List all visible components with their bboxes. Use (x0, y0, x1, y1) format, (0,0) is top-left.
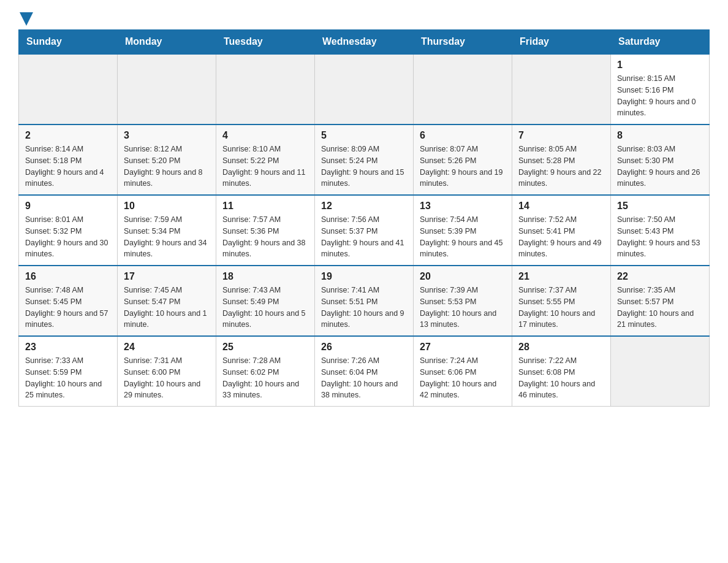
calendar-cell: 6Sunrise: 8:07 AM Sunset: 5:26 PM Daylig… (414, 124, 512, 195)
day-info: Sunrise: 7:35 AM Sunset: 5:57 PM Dayligh… (617, 285, 703, 331)
calendar-cell: 8Sunrise: 8:03 AM Sunset: 5:30 PM Daylig… (611, 124, 710, 195)
week-row-4: 16Sunrise: 7:48 AM Sunset: 5:45 PM Dayli… (19, 266, 710, 336)
column-header-saturday: Saturday (611, 30, 710, 55)
calendar-cell: 16Sunrise: 7:48 AM Sunset: 5:45 PM Dayli… (19, 266, 118, 336)
day-info: Sunrise: 7:31 AM Sunset: 6:00 PM Dayligh… (124, 355, 210, 401)
week-row-1: 1Sunrise: 8:15 AM Sunset: 5:16 PM Daylig… (19, 54, 710, 124)
day-info: Sunrise: 8:10 AM Sunset: 5:22 PM Dayligh… (222, 144, 308, 190)
day-number: 4 (222, 130, 308, 141)
week-row-2: 2Sunrise: 8:14 AM Sunset: 5:18 PM Daylig… (19, 124, 710, 195)
day-number: 28 (518, 342, 604, 353)
day-number: 27 (420, 342, 506, 353)
day-number: 15 (617, 201, 703, 212)
calendar-cell: 26Sunrise: 7:26 AM Sunset: 6:04 PM Dayli… (315, 336, 414, 407)
day-info: Sunrise: 7:41 AM Sunset: 5:51 PM Dayligh… (321, 285, 407, 331)
calendar-cell: 7Sunrise: 8:05 AM Sunset: 5:28 PM Daylig… (512, 124, 611, 195)
column-header-sunday: Sunday (19, 30, 118, 55)
column-header-tuesday: Tuesday (216, 30, 315, 55)
day-info: Sunrise: 7:54 AM Sunset: 5:39 PM Dayligh… (420, 214, 506, 260)
day-info: Sunrise: 8:01 AM Sunset: 5:32 PM Dayligh… (25, 214, 111, 260)
day-number: 11 (222, 201, 308, 212)
day-number: 2 (25, 130, 111, 141)
calendar-cell (414, 54, 512, 124)
calendar-cell: 1Sunrise: 8:15 AM Sunset: 5:16 PM Daylig… (611, 54, 710, 124)
calendar-cell (512, 54, 611, 124)
day-number: 23 (25, 342, 111, 353)
day-info: Sunrise: 8:09 AM Sunset: 5:24 PM Dayligh… (321, 144, 407, 190)
calendar-header-row: SundayMondayTuesdayWednesdayThursdayFrid… (19, 30, 710, 55)
day-info: Sunrise: 7:50 AM Sunset: 5:43 PM Dayligh… (617, 214, 703, 260)
calendar-cell: 21Sunrise: 7:37 AM Sunset: 5:55 PM Dayli… (512, 266, 611, 336)
day-number: 1 (617, 59, 703, 71)
logo (18, 12, 33, 23)
calendar-cell: 23Sunrise: 7:33 AM Sunset: 5:59 PM Dayli… (19, 336, 118, 407)
day-number: 13 (420, 201, 506, 212)
calendar-cell: 25Sunrise: 7:28 AM Sunset: 6:02 PM Dayli… (216, 336, 315, 407)
calendar-cell: 24Sunrise: 7:31 AM Sunset: 6:00 PM Dayli… (118, 336, 216, 407)
day-info: Sunrise: 7:28 AM Sunset: 6:02 PM Dayligh… (222, 355, 308, 401)
day-info: Sunrise: 7:57 AM Sunset: 5:36 PM Dayligh… (222, 214, 308, 260)
day-number: 10 (124, 201, 210, 212)
calendar-cell: 22Sunrise: 7:35 AM Sunset: 5:57 PM Dayli… (611, 266, 710, 336)
day-number: 3 (124, 130, 210, 141)
column-header-friday: Friday (512, 30, 611, 55)
calendar-cell (611, 336, 710, 407)
calendar-cell: 4Sunrise: 8:10 AM Sunset: 5:22 PM Daylig… (216, 124, 315, 195)
day-number: 9 (25, 201, 111, 212)
day-info: Sunrise: 7:37 AM Sunset: 5:55 PM Dayligh… (518, 285, 604, 331)
calendar-cell (19, 54, 118, 124)
svg-marker-0 (20, 12, 33, 26)
calendar-cell: 10Sunrise: 7:59 AM Sunset: 5:34 PM Dayli… (118, 195, 216, 266)
calendar-cell: 18Sunrise: 7:43 AM Sunset: 5:49 PM Dayli… (216, 266, 315, 336)
day-number: 19 (321, 271, 407, 282)
calendar-table: SundayMondayTuesdayWednesdayThursdayFrid… (18, 29, 710, 407)
day-number: 17 (124, 271, 210, 282)
calendar-cell: 20Sunrise: 7:39 AM Sunset: 5:53 PM Dayli… (414, 266, 512, 336)
day-info: Sunrise: 7:33 AM Sunset: 5:59 PM Dayligh… (25, 355, 111, 401)
week-row-5: 23Sunrise: 7:33 AM Sunset: 5:59 PM Dayli… (19, 336, 710, 407)
day-info: Sunrise: 8:05 AM Sunset: 5:28 PM Dayligh… (518, 144, 604, 190)
day-info: Sunrise: 7:22 AM Sunset: 6:08 PM Dayligh… (518, 355, 604, 401)
page-header (18, 12, 710, 23)
calendar-cell (315, 54, 414, 124)
day-info: Sunrise: 8:14 AM Sunset: 5:18 PM Dayligh… (25, 144, 111, 190)
calendar-cell (118, 54, 216, 124)
day-info: Sunrise: 8:12 AM Sunset: 5:20 PM Dayligh… (124, 144, 210, 190)
day-number: 7 (518, 130, 604, 141)
day-info: Sunrise: 7:24 AM Sunset: 6:06 PM Dayligh… (420, 355, 506, 401)
day-number: 14 (518, 201, 604, 212)
day-number: 16 (25, 271, 111, 282)
calendar-cell: 2Sunrise: 8:14 AM Sunset: 5:18 PM Daylig… (19, 124, 118, 195)
calendar-cell: 15Sunrise: 7:50 AM Sunset: 5:43 PM Dayli… (611, 195, 710, 266)
calendar-cell: 5Sunrise: 8:09 AM Sunset: 5:24 PM Daylig… (315, 124, 414, 195)
calendar-cell: 28Sunrise: 7:22 AM Sunset: 6:08 PM Dayli… (512, 336, 611, 407)
calendar-cell: 17Sunrise: 7:45 AM Sunset: 5:47 PM Dayli… (118, 266, 216, 336)
day-info: Sunrise: 7:26 AM Sunset: 6:04 PM Dayligh… (321, 355, 407, 401)
day-info: Sunrise: 7:39 AM Sunset: 5:53 PM Dayligh… (420, 285, 506, 331)
day-number: 24 (124, 342, 210, 353)
calendar-cell: 11Sunrise: 7:57 AM Sunset: 5:36 PM Dayli… (216, 195, 315, 266)
calendar-cell: 14Sunrise: 7:52 AM Sunset: 5:41 PM Dayli… (512, 195, 611, 266)
day-number: 8 (617, 130, 703, 141)
day-number: 12 (321, 201, 407, 212)
column-header-wednesday: Wednesday (315, 30, 414, 55)
calendar-cell: 13Sunrise: 7:54 AM Sunset: 5:39 PM Dayli… (414, 195, 512, 266)
day-number: 25 (222, 342, 308, 353)
day-info: Sunrise: 7:59 AM Sunset: 5:34 PM Dayligh… (124, 214, 210, 260)
calendar-cell: 27Sunrise: 7:24 AM Sunset: 6:06 PM Dayli… (414, 336, 512, 407)
day-number: 20 (420, 271, 506, 282)
day-number: 26 (321, 342, 407, 353)
calendar-cell: 3Sunrise: 8:12 AM Sunset: 5:20 PM Daylig… (118, 124, 216, 195)
day-info: Sunrise: 7:45 AM Sunset: 5:47 PM Dayligh… (124, 285, 210, 331)
calendar-cell: 12Sunrise: 7:56 AM Sunset: 5:37 PM Dayli… (315, 195, 414, 266)
day-number: 18 (222, 271, 308, 282)
day-info: Sunrise: 7:48 AM Sunset: 5:45 PM Dayligh… (25, 285, 111, 331)
day-info: Sunrise: 7:56 AM Sunset: 5:37 PM Dayligh… (321, 214, 407, 260)
day-info: Sunrise: 7:43 AM Sunset: 5:49 PM Dayligh… (222, 285, 308, 331)
day-number: 21 (518, 271, 604, 282)
day-number: 22 (617, 271, 703, 282)
calendar-cell (216, 54, 315, 124)
day-number: 5 (321, 130, 407, 141)
column-header-thursday: Thursday (414, 30, 512, 55)
week-row-3: 9Sunrise: 8:01 AM Sunset: 5:32 PM Daylig… (19, 195, 710, 266)
